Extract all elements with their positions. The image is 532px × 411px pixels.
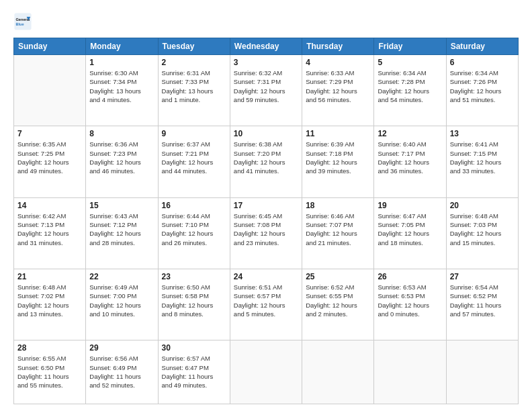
day-number: 22 [89, 272, 154, 281]
calendar-cell [230, 340, 302, 404]
day-number: 7 [17, 129, 82, 138]
calendar-cell: 2Sunrise: 6:31 AM Sunset: 7:33 PM Daylig… [158, 55, 230, 126]
calendar-cell: 14Sunrise: 6:42 AM Sunset: 7:13 PM Dayli… [14, 197, 86, 269]
day-info: Sunrise: 6:52 AM Sunset: 6:55 PM Dayligh… [306, 283, 370, 318]
calendar-cell [14, 55, 86, 126]
weekday-header: Saturday [446, 38, 518, 55]
day-info: Sunrise: 6:53 AM Sunset: 6:53 PM Dayligh… [378, 283, 442, 318]
day-number: 16 [162, 201, 226, 210]
day-info: Sunrise: 6:40 AM Sunset: 7:17 PM Dayligh… [378, 140, 442, 175]
day-number: 30 [162, 343, 226, 353]
day-info: Sunrise: 6:47 AM Sunset: 7:05 PM Dayligh… [378, 212, 442, 247]
calendar-cell: 24Sunrise: 6:51 AM Sunset: 6:57 PM Dayli… [230, 269, 302, 340]
calendar-cell: 22Sunrise: 6:49 AM Sunset: 7:00 PM Dayli… [86, 269, 158, 340]
calendar-week-row: 28Sunrise: 6:55 AM Sunset: 6:50 PM Dayli… [14, 340, 519, 404]
day-info: Sunrise: 6:34 AM Sunset: 7:26 PM Dayligh… [450, 68, 515, 104]
calendar-cell [374, 340, 446, 404]
calendar-cell: 3Sunrise: 6:32 AM Sunset: 7:31 PM Daylig… [230, 55, 302, 126]
day-info: Sunrise: 6:55 AM Sunset: 6:50 PM Dayligh… [17, 354, 82, 390]
day-number: 5 [378, 58, 442, 67]
day-info: Sunrise: 6:54 AM Sunset: 6:52 PM Dayligh… [450, 283, 515, 318]
day-info: Sunrise: 6:46 AM Sunset: 7:07 PM Dayligh… [306, 212, 370, 247]
day-info: Sunrise: 6:43 AM Sunset: 7:12 PM Dayligh… [89, 212, 154, 247]
calendar-cell: 28Sunrise: 6:55 AM Sunset: 6:50 PM Dayli… [14, 340, 86, 404]
calendar-cell: 29Sunrise: 6:56 AM Sunset: 6:49 PM Dayli… [86, 340, 158, 404]
calendar-week-row: 14Sunrise: 6:42 AM Sunset: 7:13 PM Dayli… [14, 197, 519, 269]
calendar-cell: 26Sunrise: 6:53 AM Sunset: 6:53 PM Dayli… [374, 269, 446, 340]
day-info: Sunrise: 6:37 AM Sunset: 7:21 PM Dayligh… [162, 140, 226, 175]
calendar-cell [446, 340, 518, 404]
day-info: Sunrise: 6:35 AM Sunset: 7:25 PM Dayligh… [17, 140, 82, 175]
weekday-header: Sunday [14, 38, 86, 55]
calendar-week-row: 7Sunrise: 6:35 AM Sunset: 7:25 PM Daylig… [14, 126, 519, 197]
logo-icon: General Blue [13, 12, 32, 31]
calendar-cell: 4Sunrise: 6:33 AM Sunset: 7:29 PM Daylig… [302, 55, 374, 126]
day-number: 3 [234, 58, 298, 67]
weekday-header: Thursday [302, 38, 374, 55]
day-info: Sunrise: 6:41 AM Sunset: 7:15 PM Dayligh… [450, 140, 515, 175]
weekday-header: Friday [374, 38, 446, 55]
day-info: Sunrise: 6:50 AM Sunset: 6:58 PM Dayligh… [162, 283, 226, 318]
day-number: 17 [234, 201, 298, 210]
calendar-cell: 16Sunrise: 6:44 AM Sunset: 7:10 PM Dayli… [158, 197, 230, 269]
day-number: 10 [234, 129, 298, 138]
day-info: Sunrise: 6:32 AM Sunset: 7:31 PM Dayligh… [234, 68, 298, 104]
svg-text:Blue: Blue [16, 22, 24, 26]
day-number: 11 [306, 129, 370, 138]
calendar-cell: 5Sunrise: 6:34 AM Sunset: 7:28 PM Daylig… [374, 55, 446, 126]
page: General Blue SundayMondayTuesdayWednesda… [0, 0, 532, 411]
day-info: Sunrise: 6:56 AM Sunset: 6:49 PM Dayligh… [89, 354, 154, 390]
calendar-cell: 11Sunrise: 6:39 AM Sunset: 7:18 PM Dayli… [302, 126, 374, 197]
calendar-cell: 8Sunrise: 6:36 AM Sunset: 7:23 PM Daylig… [86, 126, 158, 197]
day-number: 26 [378, 272, 442, 281]
day-number: 18 [306, 201, 370, 210]
day-info: Sunrise: 6:44 AM Sunset: 7:10 PM Dayligh… [162, 212, 226, 247]
day-number: 20 [450, 201, 515, 210]
logo: General Blue [13, 12, 35, 31]
calendar-cell: 9Sunrise: 6:37 AM Sunset: 7:21 PM Daylig… [158, 126, 230, 197]
day-number: 25 [306, 272, 370, 281]
calendar-cell: 21Sunrise: 6:48 AM Sunset: 7:02 PM Dayli… [14, 269, 86, 340]
day-number: 19 [378, 201, 442, 210]
day-number: 1 [89, 58, 154, 67]
day-number: 8 [89, 129, 154, 138]
day-number: 2 [162, 58, 226, 67]
header: General Blue [13, 12, 519, 31]
day-number: 9 [162, 129, 226, 138]
calendar-cell: 25Sunrise: 6:52 AM Sunset: 6:55 PM Dayli… [302, 269, 374, 340]
day-number: 14 [17, 201, 82, 210]
day-info: Sunrise: 6:36 AM Sunset: 7:23 PM Dayligh… [89, 140, 154, 175]
day-info: Sunrise: 6:33 AM Sunset: 7:29 PM Dayligh… [306, 68, 370, 104]
calendar-cell: 6Sunrise: 6:34 AM Sunset: 7:26 PM Daylig… [446, 55, 518, 126]
calendar-cell: 7Sunrise: 6:35 AM Sunset: 7:25 PM Daylig… [14, 126, 86, 197]
day-info: Sunrise: 6:45 AM Sunset: 7:08 PM Dayligh… [234, 212, 298, 247]
calendar-cell: 15Sunrise: 6:43 AM Sunset: 7:12 PM Dayli… [86, 197, 158, 269]
day-number: 15 [89, 201, 154, 210]
weekday-header: Tuesday [158, 38, 230, 55]
day-info: Sunrise: 6:38 AM Sunset: 7:20 PM Dayligh… [234, 140, 298, 175]
day-number: 24 [234, 272, 298, 281]
calendar-table: SundayMondayTuesdayWednesdayThursdayFrid… [13, 38, 519, 404]
day-number: 23 [162, 272, 226, 281]
calendar-cell: 27Sunrise: 6:54 AM Sunset: 6:52 PM Dayli… [446, 269, 518, 340]
day-info: Sunrise: 6:48 AM Sunset: 7:02 PM Dayligh… [17, 283, 82, 318]
day-number: 4 [306, 58, 370, 67]
day-number: 27 [450, 272, 515, 281]
weekday-header: Wednesday [230, 38, 302, 55]
day-info: Sunrise: 6:57 AM Sunset: 6:47 PM Dayligh… [162, 354, 226, 390]
day-number: 12 [378, 129, 442, 138]
calendar-week-row: 21Sunrise: 6:48 AM Sunset: 7:02 PM Dayli… [14, 269, 519, 340]
day-number: 28 [17, 343, 82, 353]
calendar-cell: 20Sunrise: 6:48 AM Sunset: 7:03 PM Dayli… [446, 197, 518, 269]
calendar-cell: 23Sunrise: 6:50 AM Sunset: 6:58 PM Dayli… [158, 269, 230, 340]
calendar-cell: 19Sunrise: 6:47 AM Sunset: 7:05 PM Dayli… [374, 197, 446, 269]
day-number: 6 [450, 58, 515, 67]
calendar-cell: 10Sunrise: 6:38 AM Sunset: 7:20 PM Dayli… [230, 126, 302, 197]
day-info: Sunrise: 6:39 AM Sunset: 7:18 PM Dayligh… [306, 140, 370, 175]
day-info: Sunrise: 6:31 AM Sunset: 7:33 PM Dayligh… [162, 68, 226, 104]
weekday-header-row: SundayMondayTuesdayWednesdayThursdayFrid… [14, 38, 519, 55]
day-info: Sunrise: 6:42 AM Sunset: 7:13 PM Dayligh… [17, 212, 82, 247]
day-info: Sunrise: 6:34 AM Sunset: 7:28 PM Dayligh… [378, 68, 442, 104]
calendar-cell: 30Sunrise: 6:57 AM Sunset: 6:47 PM Dayli… [158, 340, 230, 404]
calendar-cell: 17Sunrise: 6:45 AM Sunset: 7:08 PM Dayli… [230, 197, 302, 269]
